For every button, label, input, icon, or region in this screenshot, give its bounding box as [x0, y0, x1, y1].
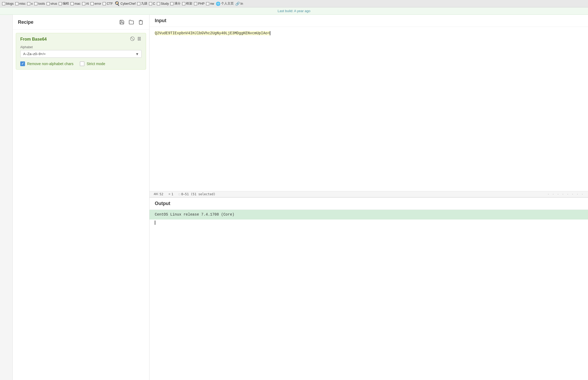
- nav-label-misc: misc: [19, 2, 26, 6]
- nav-item-error[interactable]: error: [91, 2, 101, 6]
- recipe-actions: [119, 19, 144, 25]
- alphabet-select[interactable]: A–Za–z0–9+/= A–Za–z0–9-_= A–Za–z0–9+/: [20, 50, 142, 58]
- main-container: Recipe: [0, 15, 588, 380]
- nav-label-ai: AI: [86, 2, 89, 6]
- nav-label-error: error: [94, 2, 101, 6]
- disable-operation-button[interactable]: [130, 36, 135, 42]
- save-icon: [119, 20, 124, 25]
- delete-recipe-button[interactable]: [138, 19, 144, 25]
- operation-controls: [130, 36, 142, 42]
- input-cursor: [270, 31, 270, 35]
- selection-item: ⬚ 0–51 (51 selected): [178, 192, 215, 196]
- svg-rect-2: [138, 37, 139, 40]
- alphabet-section: Alphabet A–Za–z0–9+/= A–Za–z0–9-_= A–Za–…: [20, 45, 142, 58]
- nav-label-nw: nw: [210, 2, 214, 6]
- nav-label-mac: mac: [74, 2, 81, 6]
- save-recipe-button[interactable]: [119, 19, 125, 25]
- nav-checkbox-tools: [34, 2, 37, 5]
- selection-icon: ⬚: [178, 193, 180, 196]
- svg-rect-3: [140, 37, 141, 40]
- output-header: Output: [150, 198, 588, 210]
- nav-item-c[interactable]: C: [149, 2, 155, 6]
- nav-checkbox-error: [91, 2, 94, 5]
- strict-mode-checkbox[interactable]: [80, 61, 84, 66]
- nav-label-tools: tools: [38, 2, 45, 6]
- left-sidebar-strip: [0, 15, 13, 380]
- nav-checkbox-coding: [59, 2, 62, 5]
- nav-checkbox-jiulevel: [137, 2, 140, 5]
- nav-label-profile: 个人主页: [221, 1, 234, 6]
- nav-label-framework: 框架: [186, 1, 192, 6]
- remove-non-alphabet-label: Remove non-alphabet chars: [27, 62, 73, 66]
- abc-icon: ABC: [154, 193, 158, 196]
- char-count-item: ABC 52: [154, 192, 163, 196]
- status-dots: · · · · · · · ·: [547, 192, 584, 196]
- pause-operation-button[interactable]: [137, 36, 142, 42]
- nav-item-profile[interactable]: 🌐 个人主页: [216, 1, 234, 6]
- from-base64-operation: From Base64: [16, 33, 146, 70]
- nav-item-tools[interactable]: tools: [34, 2, 45, 6]
- nav-checkbox-study: [157, 2, 160, 5]
- operation-title: From Base64: [20, 37, 47, 42]
- nav-checkbox-misc: [15, 2, 18, 5]
- nav-label-study: Study: [161, 2, 169, 6]
- recipe-panel: Recipe: [13, 15, 150, 380]
- line-count-item: ≡ 1: [169, 192, 173, 196]
- nav-label-cyberchef: CyberChef: [121, 2, 136, 6]
- nav-item-nw[interactable]: nw: [206, 2, 214, 6]
- folder-icon: [129, 20, 134, 25]
- nav-item-in[interactable]: 🔗 In: [235, 2, 243, 6]
- nav-item-virus[interactable]: virus: [47, 2, 57, 6]
- nav-item-perfect[interactable]: 满分: [170, 1, 181, 6]
- strict-mode-option[interactable]: Strict mode: [80, 61, 105, 66]
- nav-item-blogs[interactable]: blogs: [2, 2, 14, 6]
- output-cursor-line: [150, 220, 588, 226]
- nav-label-php: PHP: [198, 2, 205, 6]
- nav-checkbox-ctf: [103, 2, 106, 5]
- line-count-value: 1: [171, 192, 173, 196]
- nav-label-perfect: 满分: [174, 1, 181, 6]
- nav-checkbox-php: [194, 2, 197, 5]
- open-recipe-button[interactable]: [128, 19, 134, 25]
- nav-label-virus: virus: [51, 2, 57, 6]
- output-section: Output CentOS Linux release 7.4.1708 (Co…: [150, 198, 588, 380]
- nav-label-jiulevel: 九级: [141, 1, 147, 6]
- nav-item-coding[interactable]: 编程: [59, 1, 69, 6]
- output-content-area[interactable]: CentOS Linux release 7.4.1708 (Core): [150, 210, 588, 380]
- nav-checkbox-framework: [182, 2, 185, 5]
- remove-non-alphabet-option[interactable]: Remove non-alphabet chars: [20, 61, 73, 66]
- nav-item-misc[interactable]: misc: [15, 2, 26, 6]
- nav-item-jiulevel[interactable]: 九级: [137, 1, 147, 6]
- nav-checkbox-x: [27, 2, 30, 5]
- nav-label-c: C: [153, 2, 155, 6]
- output-line-1: CentOS Linux release 7.4.1708 (Core): [150, 210, 588, 220]
- nav-item-ctf[interactable]: CTF: [103, 2, 113, 6]
- svg-line-1: [131, 37, 134, 40]
- nav-item-cyberchef[interactable]: 🍳 CyberChef: [114, 1, 136, 6]
- build-bar: Last build: A year ago: [0, 7, 588, 15]
- alphabet-label: Alphabet: [20, 45, 142, 49]
- recipe-empty-area: [13, 73, 149, 380]
- input-status-bar: ABC 52 ≡ 1 ⬚ 0–51 (51 selected) · · · · …: [150, 191, 588, 197]
- remove-non-alphabet-checkbox[interactable]: [20, 61, 25, 66]
- pause-icon: [137, 36, 142, 41]
- selection-value: 0–51 (51 selected): [181, 192, 215, 196]
- input-section: Input Q2VudE9TIExpbnV4IHJlbGVhc2UgNy40Lj…: [150, 15, 588, 198]
- lines-icon: ≡: [169, 192, 171, 196]
- nav-label-blogs: blogs: [6, 2, 14, 6]
- nav-item-x[interactable]: x: [27, 2, 33, 6]
- operation-header: From Base64: [20, 36, 142, 42]
- top-navigation: blogs misc x tools virus 编程 mac AI error…: [0, 0, 588, 7]
- nav-item-study[interactable]: Study: [157, 2, 169, 6]
- nav-checkbox-virus: [47, 2, 50, 5]
- nav-label-ctf: CTF: [107, 2, 113, 6]
- build-bar-text: Last build: A year ago: [278, 9, 310, 13]
- trash-icon: [138, 20, 143, 25]
- nav-item-php[interactable]: PHP: [194, 2, 205, 6]
- disable-icon: [130, 36, 135, 41]
- nav-item-framework[interactable]: 框架: [182, 1, 192, 6]
- input-content-area[interactable]: Q2VudE9TIExpbnV4IHJlbGVhc2UgNy40LjE3MDgg…: [150, 27, 588, 191]
- nav-item-mac[interactable]: mac: [71, 2, 81, 6]
- char-count-value: 52: [160, 192, 163, 196]
- nav-item-ai[interactable]: AI: [82, 2, 89, 6]
